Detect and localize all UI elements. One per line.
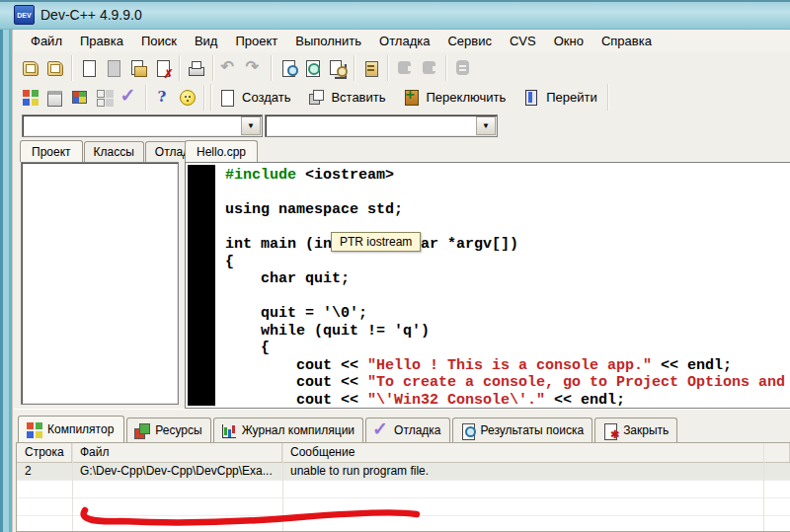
open-project-icon [21, 58, 40, 78]
menu-item-файл[interactable]: Файл [22, 31, 71, 51]
new-project-button[interactable] [18, 86, 42, 110]
toolbar-group [272, 55, 355, 81]
menu-item-вид[interactable]: Вид [186, 31, 227, 51]
print-button[interactable] [184, 56, 208, 80]
new-form-button[interactable] [42, 86, 67, 110]
table-header: СтрокаФайлСообщение [17, 443, 790, 463]
units-icon [95, 88, 115, 108]
table-row[interactable]: 2G:\Dev-Cpp\Dev-Cpp\DevCpp\Exa...unable … [17, 463, 790, 481]
redo-icon [245, 58, 265, 78]
new-page-icon [217, 88, 237, 108]
compiler-combo-input[interactable] [26, 117, 240, 134]
code-line: using namespace std; [225, 201, 790, 219]
find-button[interactable] [276, 56, 300, 80]
redo-button[interactable] [242, 56, 267, 80]
main-toolbar [14, 52, 790, 84]
menu-item-выполнить[interactable]: Выполнить [286, 31, 370, 51]
bottom-tab-search-results[interactable]: Результаты поиска [452, 418, 593, 442]
code-line [225, 219, 790, 237]
secondary-toolbar: СоздатьВставитьПереключитьПерейти [14, 83, 790, 113]
units-button[interactable] [92, 86, 117, 110]
table-body: 2G:\Dev-Cpp\Dev-Cpp\DevCpp\Exa...unable … [17, 463, 790, 532]
syntax-check-icon [119, 88, 139, 108]
column-header-2[interactable]: Сообщение [282, 443, 790, 462]
menu-item-справка[interactable]: Справка [592, 31, 661, 51]
toolbar-group [14, 85, 146, 111]
toolbar-group [72, 55, 180, 81]
menu-item-правка[interactable]: Правка [71, 31, 132, 51]
open-form-button[interactable] [67, 86, 92, 110]
about-button[interactable] [175, 86, 199, 110]
editor-tabs: Hello.cpp [185, 141, 790, 163]
new-source-icon [79, 58, 99, 78]
second-select-combo[interactable]: ▼ [265, 114, 498, 137]
table-row-empty [17, 481, 790, 498]
code-line: { [225, 340, 790, 357]
tab-проект[interactable]: Проект [20, 140, 83, 162]
compiler-icon [25, 420, 42, 438]
new-source-disabled-button[interactable] [101, 56, 125, 80]
menu-item-окно[interactable]: Окно [545, 31, 592, 51]
bottom-tab-resources[interactable]: Ресурсы [126, 418, 210, 442]
bottom-tab-compile-log[interactable]: Журнал компиляции [213, 418, 363, 442]
chevron-down-icon[interactable]: ▼ [476, 116, 496, 135]
open-project-button[interactable] [18, 56, 42, 80]
compile-run-disabled-button[interactable] [450, 56, 475, 80]
code-line: int main (int argc, char *argv[]) [225, 236, 790, 254]
toggle-bookmark-button[interactable]: Переключить [396, 86, 516, 110]
compiler-output-table: СтрокаФайлСообщение 2G:\Dev-Cpp\Dev-Cpp\… [16, 442, 790, 532]
code-editor[interactable]: #include <iostream> using namespace std;… [185, 162, 790, 409]
column-header-0[interactable]: Строка [17, 443, 72, 462]
save-all-button[interactable] [125, 56, 150, 80]
close-file-button[interactable] [150, 56, 175, 80]
toolbar-group [388, 55, 446, 81]
code-area[interactable]: #include <iostream> using namespace std;… [215, 165, 790, 406]
menu-item-поиск[interactable]: Поиск [132, 31, 186, 51]
button-label: Переключить [427, 90, 507, 105]
syntax-check-button[interactable] [117, 86, 141, 110]
new-page-button[interactable]: Создать [211, 86, 300, 110]
undo-icon [220, 58, 240, 78]
grid-line [282, 443, 283, 531]
goto-bookmark-icon [521, 88, 541, 108]
compile-disabled-button[interactable] [392, 56, 417, 80]
second-combo-input[interactable] [269, 117, 475, 134]
compile-log-icon [219, 421, 237, 439]
tab-классы[interactable]: Классы [84, 141, 144, 163]
bottom-tab-debug-check[interactable]: Отладка [365, 418, 449, 442]
toggle-bookmark-icon [402, 88, 422, 108]
new-source-button[interactable] [76, 56, 101, 80]
find-in-files-button[interactable] [300, 56, 325, 80]
debug-check-icon [371, 421, 389, 439]
tab-hello-cpp[interactable]: Hello.cpp [185, 140, 258, 162]
project-browser[interactable] [21, 162, 179, 405]
code-line: cout << "To create a console, go to Proj… [225, 374, 790, 392]
goto-bookmark-button[interactable]: Перейти [515, 86, 607, 110]
menu-item-проект[interactable]: Проект [226, 31, 286, 51]
help-button[interactable] [150, 86, 175, 110]
code-line [225, 185, 790, 202]
chevron-down-icon[interactable]: ▼ [241, 116, 261, 135]
bottom-tab-close-panel[interactable]: Закрыть [594, 418, 677, 442]
code-line: quit = '\0'; [225, 305, 790, 323]
insert-button[interactable]: Вставить [300, 86, 395, 110]
menu-item-отладка[interactable]: Отладка [370, 31, 438, 51]
grid-line [763, 443, 764, 531]
menubar: ФайлПравкаПоискВидПроектВыполнитьОтладка… [14, 30, 790, 53]
replace-button[interactable] [325, 56, 350, 80]
code-line: #include <iostream> [225, 167, 790, 185]
compiler-combo-row: ▼ ▼ [14, 112, 790, 139]
bottom-tab-compiler[interactable]: Компилятор [18, 416, 124, 442]
menu-item-сервис[interactable]: Сервис [438, 31, 501, 51]
menu-item-cvs[interactable]: CVS [501, 31, 545, 51]
run-disabled-button[interactable] [417, 56, 441, 80]
undo-button[interactable] [217, 56, 242, 80]
open-file-button[interactable] [42, 56, 67, 80]
insert-icon [306, 88, 326, 108]
goto-line-button[interactable] [358, 56, 383, 80]
button-label: Перейти [546, 90, 597, 105]
devcpp-window: DEV Dev-C++ 4.9.9.0 ФайлПравкаПоискВидПр… [0, 0, 790, 532]
compiler-select-combo[interactable]: ▼ [22, 114, 263, 137]
toolbar-group [355, 55, 388, 81]
column-header-1[interactable]: Файл [72, 443, 282, 462]
